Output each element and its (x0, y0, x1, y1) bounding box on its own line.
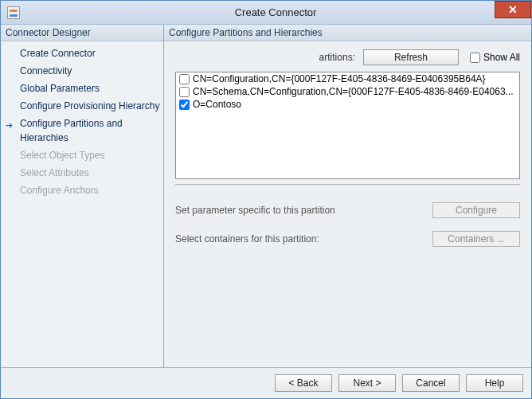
next-button[interactable]: Next > (338, 374, 396, 392)
partitions-label-truncated: artitions: (175, 52, 357, 63)
sidebar-item-object-types: Select Object Types (1, 147, 163, 164)
sidebar-item-attributes: Select Attributes (1, 164, 163, 182)
nav-label: Configure Anchors (20, 185, 99, 196)
window: Create Connector ✕ Connector Designer Cr… (0, 0, 532, 399)
partition-checkbox[interactable] (179, 74, 190, 84)
arrow-right-icon: ➔ (6, 118, 13, 132)
sidebar-item-partitions-hierarchies[interactable]: ➔ Configure Partitions and Hierarchies (1, 115, 163, 147)
sidebar-item-global-parameters[interactable]: Global Parameters (1, 80, 163, 97)
nav-label: Select Object Types (20, 150, 105, 161)
sidebar-item-connectivity[interactable]: Connectivity (1, 62, 163, 80)
sidebar: Connector Designer Create Connector Conn… (1, 25, 164, 367)
partition-row[interactable]: CN=Schema,CN=Configuration,CN={000F127F-… (176, 85, 519, 98)
partition-text: CN=Schema,CN=Configuration,CN={000F127F-… (193, 86, 514, 97)
show-all-wrapper[interactable]: Show All (465, 52, 520, 63)
nav-label: Connectivity (20, 65, 72, 76)
partition-row[interactable]: CN=Configuration,CN={000F127F-E405-4836-… (176, 72, 519, 85)
containers-button: Containers ... (432, 231, 520, 247)
titlebar: Create Connector ✕ (1, 1, 531, 25)
nav-label: Configure Partitions and Hierarchies (20, 118, 123, 143)
partition-params: Set parameter specific to this partition… (175, 184, 520, 260)
sidebar-nav: Create Connector Connectivity Global Par… (1, 41, 163, 199)
back-button[interactable]: < Back (275, 374, 332, 392)
nav-label: Select Attributes (20, 167, 89, 178)
cancel-button[interactable]: Cancel (402, 374, 460, 392)
param-row-containers: Select containers for this partition: Co… (175, 231, 520, 247)
window-title: Create Connector (20, 6, 531, 18)
sidebar-item-create-connector[interactable]: Create Connector (1, 45, 163, 62)
main-content: artitions: Refresh Show All CN=Configura… (164, 41, 531, 367)
nav-label: Create Connector (20, 48, 96, 59)
close-icon: ✕ (508, 3, 518, 16)
body: Connector Designer Create Connector Conn… (1, 25, 531, 367)
show-all-checkbox[interactable] (470, 53, 480, 63)
main-header: Configure Partitions and Hierarchies (164, 25, 531, 41)
param-label: Set parameter specific to this partition (175, 205, 432, 216)
param-row-configure: Set parameter specific to this partition… (175, 202, 520, 218)
partition-row[interactable]: O=Contoso (176, 98, 519, 111)
sidebar-item-provisioning-hierarchy[interactable]: Configure Provisioning Hierarchy (1, 97, 163, 115)
partition-checkbox[interactable] (179, 87, 190, 97)
close-button[interactable]: ✕ (495, 1, 531, 18)
show-all-label: Show All (483, 52, 520, 63)
partitions-top-row: artitions: Refresh Show All (175, 49, 520, 65)
main: Configure Partitions and Hierarchies art… (164, 25, 531, 367)
partitions-listbox[interactable]: CN=Configuration,CN={000F127F-E405-4836-… (175, 72, 520, 179)
app-icon (7, 6, 20, 19)
param-label: Select containers for this partition: (175, 233, 432, 244)
partition-checkbox[interactable] (179, 100, 190, 110)
help-button[interactable]: Help (466, 374, 523, 392)
wizard-footer: < Back Next > Cancel Help (1, 367, 531, 398)
nav-label: Global Parameters (20, 83, 100, 94)
sidebar-header: Connector Designer (1, 25, 163, 41)
partition-text: CN=Configuration,CN={000F127F-E405-4836-… (193, 73, 486, 84)
refresh-button[interactable]: Refresh (363, 49, 459, 65)
partition-text: O=Contoso (193, 99, 241, 110)
nav-label: Configure Provisioning Hierarchy (20, 100, 159, 111)
sidebar-item-anchors: Configure Anchors (1, 182, 163, 199)
configure-button: Configure (432, 202, 520, 218)
